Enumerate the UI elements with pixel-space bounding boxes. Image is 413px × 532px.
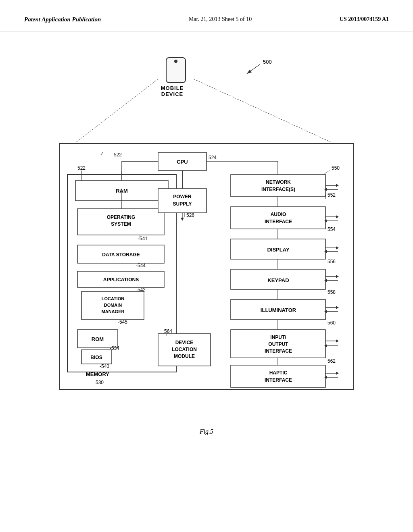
io-ref: 562 (327, 358, 336, 364)
ram-ref: 522 (114, 152, 122, 158)
display-ref: 556 (327, 259, 336, 264)
display-label: DISPLAY (267, 247, 289, 253)
main-content: 500 MOBILE DEVICE CPU 524 522 ✓ (0, 31, 413, 447)
power-supply-label: POWER (173, 194, 192, 200)
svg-rect-35 (231, 207, 325, 229)
io-label: INPUT/ (270, 335, 286, 340)
svg-rect-29 (231, 175, 325, 197)
svg-line-3 (73, 79, 158, 144)
svg-line-0 (247, 64, 260, 74)
illuminator-ref: 560 (327, 320, 336, 326)
illuminator-label: ILLUMINATOR (261, 307, 296, 313)
ldm-ref: -545 (118, 319, 127, 325)
ldm-label3: MANAGER (102, 309, 125, 314)
dlm-label3: MODULE (174, 353, 195, 359)
ram-ref2: 522 (77, 165, 86, 171)
svg-rect-22 (158, 189, 206, 213)
ldm-label: LOCATION (102, 296, 125, 301)
cpu-ref: 524 (209, 155, 217, 160)
keypad-ref: 558 (327, 289, 336, 295)
audio-ref: 554 (327, 227, 336, 232)
ram-checkmark: ✓ (100, 151, 104, 156)
bios-label: BIOS (90, 355, 102, 360)
os-ref: -541 (138, 236, 148, 241)
dlm-ref: 564 (164, 328, 172, 334)
network-label2: INTERFACE(S) (261, 187, 295, 192)
io-label3: INTERFACE (265, 348, 292, 354)
network-label: NETWORK (266, 179, 291, 185)
keypad-label: KEYPAD (267, 277, 289, 283)
power-supply-ref: 526 (186, 212, 194, 218)
figure-caption: Fig.5 (33, 428, 380, 435)
rom-label: ROM (92, 336, 104, 342)
dlm-label2: LOCATION (172, 347, 197, 352)
patent-number: US 2013/0074159 A1 (340, 16, 389, 23)
svg-rect-60 (231, 365, 325, 387)
data-storage-ref: -544 (136, 263, 146, 268)
dlm-label: DEVICE (175, 340, 194, 345)
cpu-label: CPU (177, 159, 188, 165)
os-label2: SYSTEM (111, 221, 131, 227)
mobile-device-label2: DEVICE (161, 91, 183, 97)
haptic-label: HAPTIC (269, 370, 288, 376)
haptic-label2: INTERFACE (265, 377, 292, 383)
memory-label: MEMORY (86, 371, 109, 377)
publication-label: Patent Application Publication (24, 16, 101, 23)
mobile-device-label: MOBILE (161, 85, 184, 91)
ref-500: 500 (263, 59, 272, 65)
page-header: Patent Application Publication Mar. 21, … (0, 0, 413, 31)
network-ref: 552 (327, 192, 336, 198)
svg-point-2 (174, 60, 177, 63)
figure-area: 500 MOBILE DEVICE CPU 524 522 ✓ (33, 52, 380, 435)
svg-line-4 (194, 79, 336, 144)
audio-label: AUDIO (271, 212, 286, 217)
audio-label2: INTERFACE (265, 219, 292, 224)
sheet-info: Mar. 21, 2013 Sheet 5 of 10 (189, 16, 252, 23)
power-supply-label2: SUPPLY (173, 201, 192, 207)
data-storage-label: DATA STORAGE (102, 252, 140, 258)
memory-ref: 530 (96, 380, 104, 385)
os-label: OPERATING (107, 214, 135, 220)
ref-550: 550 (332, 165, 340, 171)
applications-label: APPLICATIONS (103, 277, 139, 283)
io-label2: OUTPUT (268, 341, 288, 347)
ldm-label2: DOMAIN (104, 303, 122, 308)
patent-diagram: 500 MOBILE DEVICE CPU 524 522 ✓ (33, 52, 380, 414)
bios-ref: -540 (100, 364, 109, 369)
